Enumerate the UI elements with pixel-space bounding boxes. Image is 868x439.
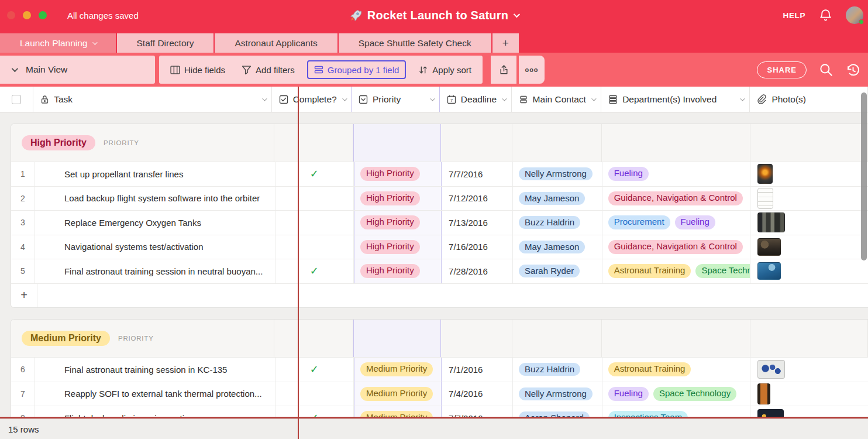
photo-cell[interactable] <box>750 211 868 235</box>
complete-cell[interactable] <box>275 211 354 235</box>
task-cell[interactable]: Load backup flight system software into … <box>35 187 275 211</box>
group-header[interactable]: Medium PriorityPRIORITY <box>11 320 868 357</box>
departments-cell[interactable]: Astronaut Training <box>602 358 750 382</box>
task-cell[interactable]: Navigational systems test/activation <box>35 235 275 259</box>
add-filters-button[interactable]: Add filters <box>234 56 302 84</box>
main-contact-cell[interactable]: Buzz Haldrin <box>513 211 602 235</box>
apply-sort-button[interactable]: Apply sort <box>411 56 479 84</box>
complete-cell[interactable] <box>275 382 354 406</box>
main-contact-cell[interactable]: Nelly Armstrong <box>513 382 602 406</box>
photo-cell[interactable] <box>750 162 868 186</box>
photo-thumbnail[interactable] <box>757 360 785 379</box>
tab-space-shuttle-safety-check[interactable]: Space Shuttle Safety Check <box>339 33 491 53</box>
deadline-cell[interactable]: 7/13/2016 <box>442 211 513 235</box>
priority-cell[interactable]: High Priority <box>354 187 442 211</box>
departments-cell[interactable]: Guidance, Navigation & Control <box>602 235 750 259</box>
column-header-priority[interactable]: Priority <box>352 87 440 112</box>
add-record-plus-icon[interactable]: + <box>11 284 37 308</box>
complete-cell[interactable]: ✓ <box>275 358 354 382</box>
grouped-by-button[interactable]: Grouped by 1 field <box>307 60 407 79</box>
main-contact-cell[interactable]: May Jameson <box>513 187 602 211</box>
window-close-button[interactable] <box>7 11 15 19</box>
tab-launch-planning[interactable]: Launch Planning <box>0 33 116 53</box>
tab-staff-directory[interactable]: Staff Directory <box>117 33 214 53</box>
complete-cell[interactable]: ✓ <box>275 162 354 186</box>
share-button[interactable]: SHARE <box>757 61 807 78</box>
main-contact-cell[interactable]: Buzz Haldrin <box>513 358 602 382</box>
view-switcher[interactable]: Main View <box>0 56 155 84</box>
deadline-cell[interactable]: 7/4/2016 <box>442 382 513 406</box>
task-cell[interactable]: Set up propellant transfer lines <box>35 162 275 186</box>
row-number-cell[interactable]: 7 <box>11 382 35 406</box>
task-cell[interactable]: Reapply SOFI to external tank thermal pr… <box>35 382 275 406</box>
tab-astronaut-applicants[interactable]: Astronaut Applicants <box>215 33 337 53</box>
column-header-deadline[interactable]: 7Deadline <box>440 87 512 112</box>
group-header[interactable]: High PriorityPRIORITY <box>11 124 868 162</box>
column-menu-chevron-icon[interactable] <box>430 96 435 101</box>
complete-cell[interactable]: ✓ <box>275 259 354 283</box>
photo-thumbnail[interactable] <box>757 238 781 256</box>
share-view-button[interactable] <box>491 56 516 84</box>
photo-cell[interactable] <box>750 187 868 211</box>
search-icon[interactable] <box>818 62 833 77</box>
column-menu-chevron-icon[interactable] <box>262 96 267 101</box>
base-title-chevron-icon[interactable] <box>514 11 520 18</box>
deadline-cell[interactable]: 7/1/2016 <box>442 358 513 382</box>
user-avatar[interactable] <box>846 6 863 24</box>
row-number-cell[interactable]: 6 <box>11 358 35 382</box>
priority-cell[interactable]: High Priority <box>354 162 442 186</box>
photo-thumbnail[interactable] <box>757 188 773 209</box>
window-zoom-button[interactable] <box>39 11 47 19</box>
task-cell[interactable]: Final astronaut training session in KC-1… <box>35 358 275 382</box>
departments-cell[interactable]: Guidance, Navigation & Control <box>602 187 750 211</box>
help-button[interactable]: HELP <box>783 11 805 20</box>
deadline-cell[interactable]: 7/7/2016 <box>442 162 513 186</box>
departments-cell[interactable]: Fueling <box>602 162 750 186</box>
notifications-bell-icon[interactable] <box>818 8 833 23</box>
departments-cell[interactable]: Astronaut TrainingSpace Technology <box>602 259 750 283</box>
column-menu-chevron-icon[interactable] <box>502 96 507 101</box>
departments-cell[interactable]: ProcurementFueling <box>602 211 750 235</box>
photo-cell[interactable] <box>750 358 868 382</box>
history-icon[interactable] <box>845 62 861 78</box>
photo-cell[interactable] <box>750 382 868 406</box>
hide-fields-button[interactable]: Hide fields <box>163 56 233 84</box>
photo-thumbnail[interactable] <box>757 383 770 404</box>
task-cell[interactable]: Final astronaut training session in neut… <box>35 259 275 283</box>
complete-cell[interactable] <box>275 235 354 259</box>
column-header-complete-[interactable]: Complete? <box>272 87 352 112</box>
vertical-scrollbar[interactable] <box>861 92 867 260</box>
column-header-task[interactable]: Task <box>33 87 271 112</box>
priority-cell[interactable]: Medium Priority <box>354 382 442 406</box>
column-menu-chevron-icon[interactable] <box>342 96 347 101</box>
column-menu-chevron-icon[interactable] <box>740 96 745 101</box>
deadline-cell[interactable]: 7/16/2016 <box>442 235 513 259</box>
main-contact-cell[interactable]: Nelly Armstrong <box>513 162 602 186</box>
window-minimize-button[interactable] <box>23 11 31 19</box>
select-all-checkbox[interactable] <box>12 95 21 104</box>
photo-thumbnail[interactable] <box>757 212 785 232</box>
main-contact-cell[interactable]: May Jameson <box>513 235 602 259</box>
add-table-tab[interactable]: + <box>492 33 519 53</box>
photo-cell[interactable] <box>750 259 868 283</box>
photo-thumbnail[interactable] <box>757 262 781 280</box>
complete-cell[interactable] <box>275 187 354 211</box>
row-number-cell[interactable]: 2 <box>11 187 35 211</box>
photo-thumbnail[interactable] <box>757 164 773 184</box>
task-cell[interactable]: Replace Emergency Oxygen Tanks <box>35 211 275 235</box>
priority-cell[interactable]: High Priority <box>354 259 442 283</box>
row-number-cell[interactable]: 4 <box>11 235 35 259</box>
departments-cell[interactable]: FuelingSpace Technology <box>602 382 750 406</box>
row-number-cell[interactable]: 5 <box>11 259 35 283</box>
main-contact-cell[interactable]: Sarah Ryder <box>513 259 602 283</box>
column-header-photo-s-[interactable]: Photo(s) <box>750 87 868 112</box>
priority-cell[interactable]: High Priority <box>354 235 442 259</box>
priority-cell[interactable]: Medium Priority <box>354 358 442 382</box>
column-menu-chevron-icon[interactable] <box>591 96 596 101</box>
deadline-cell[interactable]: 7/12/2016 <box>442 187 513 211</box>
priority-cell[interactable]: High Priority <box>354 211 442 235</box>
column-header-main-contact[interactable]: Main Contact <box>512 87 602 112</box>
row-number-cell[interactable]: 1 <box>11 162 35 186</box>
row-number-cell[interactable]: 3 <box>11 211 35 235</box>
base-title[interactable]: Rocket Launch to Saturn <box>367 9 508 22</box>
